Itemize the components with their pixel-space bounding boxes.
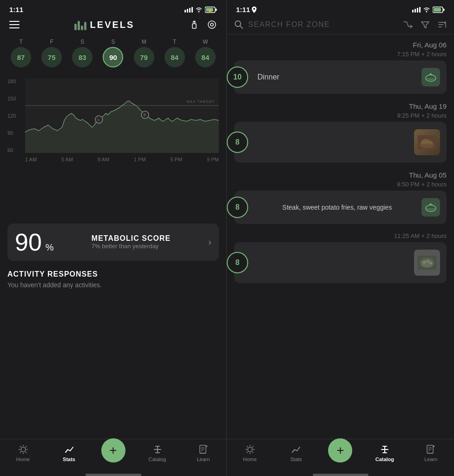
nav-learn-left[interactable]: Learn bbox=[190, 444, 217, 462]
search-placeholder[interactable]: SEARCH FOR ZONE bbox=[248, 20, 398, 29]
svg-text:○: ○ bbox=[97, 118, 99, 122]
nav-home-left[interactable]: Home bbox=[9, 444, 37, 462]
catalog-icon-left bbox=[152, 444, 163, 455]
date-header-aug19: Thu, Aug 19 9:25 PM + 2 hours 8 bbox=[227, 96, 454, 163]
metabolic-percent: % bbox=[46, 242, 54, 253]
zone-entry-lunch[interactable]: 8 bbox=[234, 242, 447, 283]
catalog-icon-right bbox=[379, 444, 390, 455]
nav-catalog-left[interactable]: Catalog bbox=[144, 444, 171, 462]
share-button[interactable] bbox=[189, 20, 199, 30]
menu-button[interactable] bbox=[9, 21, 20, 28]
search-actions bbox=[403, 20, 447, 29]
bowl-icon-1 bbox=[424, 71, 437, 84]
zone-list: Fri, Aug 06 7:15 PM + 2 hours 10 Dinner bbox=[227, 34, 454, 439]
home-indicator-left bbox=[86, 474, 141, 476]
stats-icon-right bbox=[290, 444, 302, 455]
day-fri[interactable]: F 75 bbox=[41, 39, 62, 67]
svg-rect-6 bbox=[216, 8, 217, 11]
route-icon[interactable] bbox=[403, 20, 413, 28]
zone-entry-steak[interactable]: 8 Steak, sweet potato fries, raw veggies bbox=[234, 191, 447, 224]
bottom-nav-right: Home Stats + Catalog Learn bbox=[227, 439, 454, 472]
settings-button[interactable] bbox=[207, 20, 217, 30]
signal-icon bbox=[184, 7, 193, 13]
status-bar-left: 1:11 ⚡ bbox=[0, 0, 226, 15]
zone-date-fri-aug06: Fri, Aug 06 bbox=[227, 34, 454, 51]
metabolic-subtitle: 7% better than yesterday bbox=[92, 243, 171, 250]
date-header-aug06: Fri, Aug 06 7:15 PM + 2 hours 10 Dinner bbox=[227, 34, 454, 94]
zone-entry-steak-icon bbox=[421, 198, 440, 217]
day-wed[interactable]: W 84 bbox=[195, 39, 216, 67]
zone-entry-dinner[interactable]: 10 Dinner bbox=[234, 60, 447, 94]
day-mon[interactable]: M 79 bbox=[134, 39, 154, 67]
svg-line-51 bbox=[240, 26, 243, 28]
day-thu[interactable]: T 87 bbox=[11, 39, 31, 67]
day-sat[interactable]: S 83 bbox=[72, 39, 92, 67]
add-button-right[interactable]: + bbox=[328, 438, 352, 463]
zone-entry-img-1 bbox=[414, 129, 440, 155]
nav-home-right[interactable]: Home bbox=[236, 444, 264, 462]
logo-icon bbox=[74, 19, 86, 30]
battery-icon-right bbox=[433, 7, 445, 13]
svg-line-77 bbox=[252, 451, 253, 452]
nav-home-label-right: Home bbox=[243, 456, 257, 462]
status-bar-right: 1:11 bbox=[227, 0, 454, 15]
zone-entry-aug19[interactable]: 8 bbox=[234, 122, 447, 163]
nav-catalog-right[interactable]: Catalog bbox=[371, 444, 399, 462]
home-indicator-right bbox=[313, 474, 368, 476]
zone-entry-steak-label: Steak, sweet potato fries, raw veggies bbox=[257, 204, 421, 211]
svg-line-76 bbox=[247, 446, 248, 447]
zone-score-8b: 8 bbox=[227, 197, 248, 218]
zone-time-2: 9:25 PM + 2 hours bbox=[227, 112, 454, 122]
svg-rect-3 bbox=[191, 7, 193, 13]
metabolic-title: METABOLIC SCORE bbox=[92, 234, 171, 243]
share-icon bbox=[189, 20, 199, 30]
chart-area: 180 150 120 90 60 MAX TARGET bbox=[0, 71, 226, 220]
day-sun-active[interactable]: S 90 bbox=[103, 39, 123, 67]
nav-learn-label-left: Learn bbox=[197, 456, 210, 462]
header-left: LEVELS bbox=[0, 15, 226, 35]
svg-rect-49 bbox=[434, 8, 441, 12]
svg-rect-2 bbox=[189, 8, 191, 13]
stats-icon-left bbox=[64, 444, 75, 455]
svg-line-79 bbox=[252, 446, 253, 447]
signal-icon-right bbox=[412, 7, 421, 13]
svg-line-29 bbox=[20, 446, 20, 447]
svg-point-68 bbox=[423, 261, 426, 264]
food-image-2 bbox=[418, 256, 436, 270]
svg-point-70 bbox=[430, 262, 432, 264]
zone-time-4: 11:25 AM + 2 hours bbox=[227, 226, 454, 242]
app-logo: LEVELS bbox=[74, 19, 135, 30]
nav-learn-label-right: Learn bbox=[424, 456, 437, 462]
chart-plot: MAX TARGET ○ bbox=[25, 79, 219, 153]
svg-rect-48 bbox=[443, 8, 445, 11]
time-left: 1:11 bbox=[9, 6, 23, 13]
svg-line-32 bbox=[25, 446, 26, 447]
zone-score-8c: 8 bbox=[227, 252, 248, 273]
add-button-left[interactable]: + bbox=[101, 438, 125, 463]
right-panel: 1:11 SEARCH FOR ZONE Fri, Aug 06 bbox=[227, 0, 454, 476]
sort-icon[interactable] bbox=[437, 20, 447, 29]
nav-stats-left[interactable]: Stats bbox=[55, 444, 83, 462]
bowl-icon-2 bbox=[424, 201, 437, 214]
svg-point-46 bbox=[426, 11, 428, 12]
filter-icon[interactable] bbox=[421, 20, 430, 29]
nav-learn-right[interactable]: Learn bbox=[417, 444, 445, 462]
metabolic-score-card[interactable]: 90 % METABOLIC SCORE 7% better than yest… bbox=[7, 224, 219, 261]
settings-icon bbox=[207, 20, 217, 30]
svg-rect-1 bbox=[187, 9, 188, 13]
activity-responses-section: ACTIVITY RESPONSES You haven't added any… bbox=[0, 264, 226, 294]
left-panel: 1:11 ⚡ LEVELS bbox=[0, 0, 227, 476]
day-tue[interactable]: T 84 bbox=[164, 39, 185, 67]
nav-stats-right[interactable]: Stats bbox=[282, 444, 310, 462]
svg-line-78 bbox=[247, 451, 248, 452]
wifi-icon-right bbox=[422, 7, 431, 13]
zone-date-thu-aug19: Thu, Aug 19 bbox=[227, 96, 454, 112]
nav-stats-label-left: Stats bbox=[63, 456, 75, 462]
battery-icon: ⚡ bbox=[205, 7, 217, 13]
nav-home-label-left: Home bbox=[16, 456, 30, 462]
zone-entry-dinner-icon bbox=[421, 68, 440, 86]
metabolic-score-value: 90 % bbox=[15, 230, 54, 254]
svg-point-10 bbox=[208, 21, 216, 28]
nav-catalog-label-left: Catalog bbox=[149, 456, 166, 462]
time-right: 1:11 bbox=[236, 6, 257, 13]
